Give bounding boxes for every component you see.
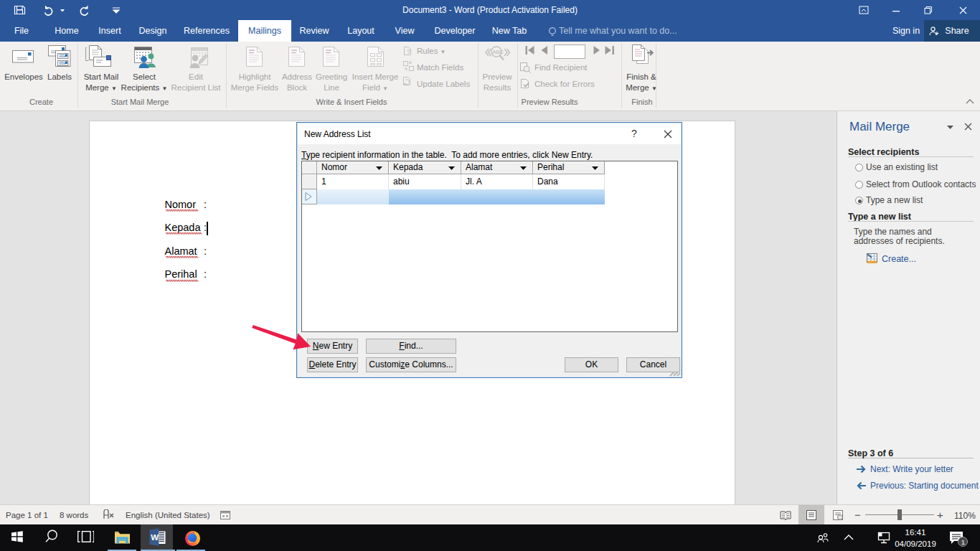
svg-text:1: 1	[961, 538, 965, 546]
svg-text:W: W	[151, 533, 159, 542]
svg-text:?: ?	[407, 48, 410, 55]
svg-text:ABC: ABC	[493, 49, 504, 55]
